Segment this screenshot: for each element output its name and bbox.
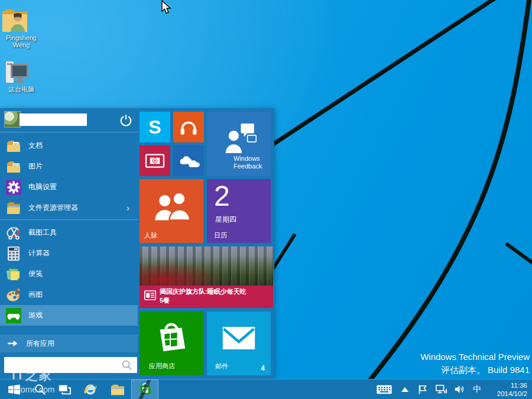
calculator-icon: [6, 246, 21, 261]
item-label: 电脑设置: [28, 182, 57, 192]
tile-label: 应用商店: [149, 362, 175, 371]
tile-windows-feedback[interactable]: Windows Feedback: [207, 112, 271, 176]
tile-music[interactable]: [173, 112, 204, 142]
start-menu-item-pictures[interactable]: 图片: [0, 156, 138, 177]
search-icon[interactable]: [121, 359, 134, 372]
user-folder-icon: [0, 7, 43, 34]
mail-badge: 4: [261, 364, 265, 372]
network-icon: [435, 384, 447, 395]
calendar-day: 2: [214, 179, 230, 213]
desktop-icon-label: 这台电脑: [0, 85, 43, 94]
search-box: [4, 357, 137, 373]
this-pc-icon: [0, 59, 43, 85]
desktop-icon-label: Pingsheng: [0, 34, 43, 41]
video-icon: [144, 152, 166, 170]
desktop-icon-this-pc[interactable]: 这台电脑: [0, 59, 43, 94]
start-menu-item-pc-settings[interactable]: 电脑设置: [0, 177, 138, 197]
item-label: 截图工具: [28, 228, 57, 238]
feedback-icon: [220, 121, 257, 155]
calendar-weekday: 星期四: [215, 215, 236, 225]
games-icon: [6, 308, 21, 323]
item-label: 计算器: [28, 248, 50, 258]
skype-icon: S: [140, 112, 170, 142]
item-label: 文档: [28, 141, 43, 151]
ime-indicator[interactable]: 中: [468, 379, 486, 399]
search-input[interactable]: [4, 361, 121, 369]
all-apps-button[interactable]: 所有应用: [0, 335, 138, 352]
tile-label: Windows Feedback: [233, 155, 262, 170]
network-button[interactable]: [432, 379, 450, 399]
tray-date: 2014/10/2: [492, 390, 527, 398]
file-explorer-icon: [110, 383, 125, 396]
headphones-icon: [179, 117, 199, 137]
internet-explorer-icon: [83, 382, 98, 397]
user-name-field[interactable]: [20, 113, 87, 126]
touch-keyboard-button[interactable]: [372, 379, 396, 399]
tile-people[interactable]: 人脉: [140, 179, 203, 243]
start-menu-item-documents[interactable]: 文档: [0, 135, 138, 156]
tile-news[interactable]: 揭国庆护旗方队:睡眠少每天吃 5餐: [140, 246, 273, 308]
power-icon: [119, 113, 132, 126]
power-button[interactable]: [118, 112, 134, 128]
chevron-up-icon: [401, 387, 408, 392]
paint-icon: [6, 287, 21, 303]
windows-logo-icon: [7, 383, 21, 396]
start-menu-item-games[interactable]: 游戏: [0, 305, 138, 326]
store-button-active[interactable]: [131, 379, 158, 399]
internet-explorer-button[interactable]: [77, 379, 104, 399]
start-menu-item-paint[interactable]: 画图: [0, 284, 138, 305]
item-label: 文件资源管理器: [28, 203, 78, 213]
start-menu: 文档 图片: [0, 108, 274, 379]
item-label: 便笺: [28, 269, 43, 279]
separator: [0, 219, 138, 220]
file-explorer-icon: [6, 200, 21, 216]
clock[interactable]: 11:36 2014/10/2: [492, 381, 527, 398]
taskbar-search-button[interactable]: [28, 379, 52, 399]
start-menu-item-file-explorer[interactable]: 文件资源管理器 ›: [0, 197, 138, 218]
action-center-button[interactable]: [414, 379, 432, 399]
pc-settings-gear-icon: [6, 180, 21, 195]
people-icon: [151, 192, 192, 222]
tile-calendar[interactable]: 2 星期四 日历: [207, 179, 271, 243]
tile-mail[interactable]: 邮件 4: [207, 312, 271, 375]
start-menu-item-snipping-tool[interactable]: 截图工具: [0, 222, 138, 243]
tile-video[interactable]: [140, 145, 170, 176]
item-label: 游戏: [28, 310, 43, 320]
tile-onedrive[interactable]: [173, 145, 204, 176]
tile-skype[interactable]: S: [140, 112, 170, 142]
tray-time: 11:36: [492, 381, 527, 390]
build-watermark: Windows Technical Preview 评估副本。 Build 98…: [420, 351, 530, 377]
item-label: 画图: [28, 290, 43, 300]
onedrive-clouds-icon: [177, 153, 200, 169]
news-banner: 揭国庆护旗方队:睡眠少每天吃 5餐: [140, 286, 273, 308]
start-button[interactable]: [0, 379, 28, 399]
show-hidden-icons-button[interactable]: [396, 379, 414, 399]
sticky-notes-icon: [6, 267, 21, 282]
separator: [0, 132, 138, 132]
file-explorer-button[interactable]: [104, 379, 131, 399]
snipping-tool-icon: [6, 225, 21, 241]
tile-label: 邮件: [215, 362, 228, 371]
task-view-icon: [57, 383, 72, 396]
item-label: 图片: [28, 161, 43, 171]
news-headline: 揭国庆护旗方队:睡眠少每天吃 5餐: [160, 286, 246, 305]
task-view-button[interactable]: [52, 379, 77, 399]
start-menu-item-sticky-notes[interactable]: 便笺: [0, 264, 138, 284]
desktop-icon-user-folder[interactable]: Pingsheng Weng: [0, 7, 43, 48]
documents-folder-icon: [6, 138, 21, 154]
tile-store[interactable]: 应用商店: [140, 312, 203, 375]
start-menu-header: [0, 108, 138, 132]
speaker-icon: [454, 384, 465, 394]
desktop: Pingsheng Weng 这台电脑 Windows Technical Pr…: [0, 0, 532, 399]
start-menu-item-calculator[interactable]: 计算器: [0, 243, 138, 264]
desktop-icon-label: Weng: [0, 41, 43, 48]
volume-button[interactable]: [450, 379, 468, 399]
all-apps-arrow-icon: [6, 337, 19, 350]
watermark-slash: [132, 380, 158, 399]
store-bag-icon: [153, 320, 190, 356]
user-avatar[interactable]: [5, 112, 20, 127]
news-icon: [144, 290, 156, 300]
system-tray: 中 11:36 2014/10/2: [372, 379, 532, 399]
chevron-right-icon[interactable]: ›: [126, 203, 129, 213]
search-icon: [34, 383, 47, 396]
